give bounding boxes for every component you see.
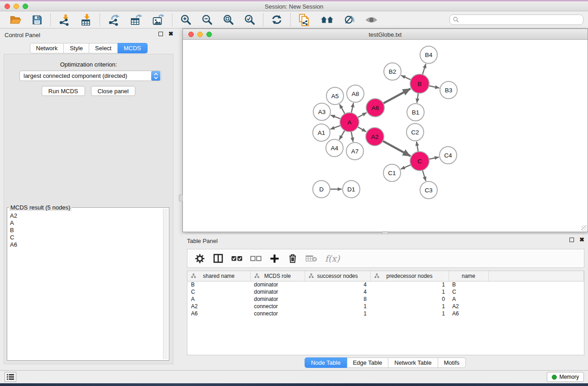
node-B3[interactable]: B3 [440,81,457,99]
criterion-select[interactable]: largest connected component (directed) [19,71,161,81]
mcds-result-item[interactable]: B [8,227,163,234]
tab-network-table[interactable]: Network Table [388,357,438,368]
edge-A-A2[interactable] [358,127,366,132]
add-column-button[interactable] [269,253,280,264]
column-header-shared-name[interactable]: shared name [187,271,250,281]
edge-B-B3[interactable] [429,86,440,88]
tab-motifs[interactable]: Motifs [438,357,466,368]
function-builder-button[interactable]: f(x) [325,253,340,263]
zoom-fit-button[interactable] [221,13,236,26]
table-row[interactable]: A6connector11A6 [187,310,584,317]
node-A5[interactable]: A5 [326,87,344,105]
open-session-button[interactable] [8,14,24,26]
edge-A6-B[interactable] [383,89,411,104]
node-A4[interactable]: A4 [326,139,343,157]
edge-C-C3[interactable] [422,170,425,181]
close-table-panel-icon[interactable]: ✖ [579,238,584,242]
new-network-from-selection-button[interactable] [296,13,312,27]
run-mcds-button[interactable]: Run MCDS [42,86,85,96]
node-C2[interactable]: C2 [406,124,424,141]
table-row[interactable]: Bdominator41B [187,281,584,288]
unselect-all-button[interactable] [250,253,262,264]
node-C1[interactable]: C1 [383,164,401,181]
edge-A-A4[interactable] [339,130,345,140]
edge-B-B1[interactable] [417,93,418,103]
memory-button[interactable]: Memory [547,372,584,382]
float-panel-icon[interactable] [158,32,163,36]
delete-column-button[interactable] [287,253,298,264]
tab-style[interactable]: Style [64,43,89,53]
save-session-button[interactable] [30,14,44,26]
refresh-button[interactable] [269,13,284,26]
hide-graphics-details-button[interactable] [342,13,357,26]
node-B1[interactable]: B1 [407,104,424,121]
node-D1[interactable]: D1 [343,181,360,198]
node-C3[interactable]: C3 [420,181,437,199]
home-button[interactable] [319,14,336,26]
table-settings-button[interactable] [195,253,205,264]
node-B[interactable]: B [410,74,429,93]
network-canvas[interactable]: AA6A2BCA1A3A4A5A7A8B1B2B3B4C1C2C3C4DD1 [183,40,588,232]
column-header-name[interactable]: name [449,271,488,281]
edge-A-A6[interactable] [358,113,367,118]
export-network-button[interactable] [106,13,122,27]
edge-A-A5[interactable] [339,104,345,114]
mcds-result-item[interactable]: A2 [8,212,163,219]
node-B2[interactable]: B2 [384,63,401,80]
node-C4[interactable]: C4 [440,147,457,164]
node-C[interactable]: C [410,152,429,171]
edge-A-A7[interactable] [351,132,353,142]
node-B4[interactable]: B4 [420,46,437,63]
edge-A-A8[interactable] [351,103,354,113]
node-A1[interactable]: A1 [313,124,330,141]
edge-A-A1[interactable] [330,125,341,129]
node-A3[interactable]: A3 [313,103,330,120]
mcds-result-item[interactable]: A [8,219,163,227]
select-all-button[interactable] [231,253,243,264]
table-row[interactable]: Cdominator41C [187,288,584,295]
node-A6[interactable]: A6 [366,99,384,117]
column-header-successor-nodes[interactable]: successor nodes [305,271,370,281]
close-panel-icon[interactable]: ✖ [168,32,173,36]
tab-select[interactable]: Select [89,43,118,53]
edge-B-B2[interactable] [401,76,411,80]
result-scrollbar[interactable] [163,209,168,359]
search-field[interactable] [449,14,583,25]
tab-mcds[interactable]: MCDS [118,43,147,53]
node-A2[interactable]: A2 [366,128,384,146]
export-table-button[interactable] [128,13,144,27]
window-resize-grip[interactable] [581,225,587,231]
edge-A-A3[interactable] [331,115,341,119]
column-header-predecessor-nodes[interactable]: predecessor nodes [370,271,449,281]
export-image-button[interactable] [150,13,166,27]
zoom-out-button[interactable] [200,13,215,26]
panel-divider-handle[interactable] [179,195,183,201]
node-table[interactable]: shared nameMCDS rolesuccessor nodesprede… [187,271,584,317]
node-A7[interactable]: A7 [346,143,363,160]
float-table-panel-icon[interactable] [569,238,574,242]
edge-C-C2[interactable] [416,142,418,152]
edge-C-C1[interactable] [401,165,411,169]
table-row[interactable]: Adominator80A [187,295,584,303]
close-panel-button[interactable]: Close panel [91,86,136,96]
mcds-result-item[interactable]: C [8,234,163,241]
show-details-eye-button[interactable] [363,14,379,26]
import-network-button[interactable] [57,13,72,27]
network-graph[interactable]: AA6A2BCA1A3A4A5A7A8B1B2B3B4C1C2C3C4DD1 [183,40,588,232]
node-D[interactable]: D [313,181,330,198]
tab-network[interactable]: Network [29,43,64,53]
search-input[interactable] [459,17,580,23]
column-header-MCDS-role[interactable]: MCDS role [250,271,305,281]
tab-edge-table[interactable]: Edge Table [347,357,388,368]
node-A[interactable]: A [340,113,359,132]
delete-table-button[interactable] [306,254,317,263]
edge-B-B4[interactable] [422,64,425,75]
table-row[interactable]: A2connector11A2 [187,303,584,310]
mcds-result-item[interactable]: A6 [8,241,163,248]
node-A8[interactable]: A8 [347,85,364,102]
zoom-in-button[interactable] [178,13,193,26]
edge-A2-C[interactable] [383,141,411,156]
tab-node-table[interactable]: Node Table [305,357,347,368]
zoom-selected-button[interactable] [242,13,257,26]
import-table-button[interactable] [78,13,94,27]
